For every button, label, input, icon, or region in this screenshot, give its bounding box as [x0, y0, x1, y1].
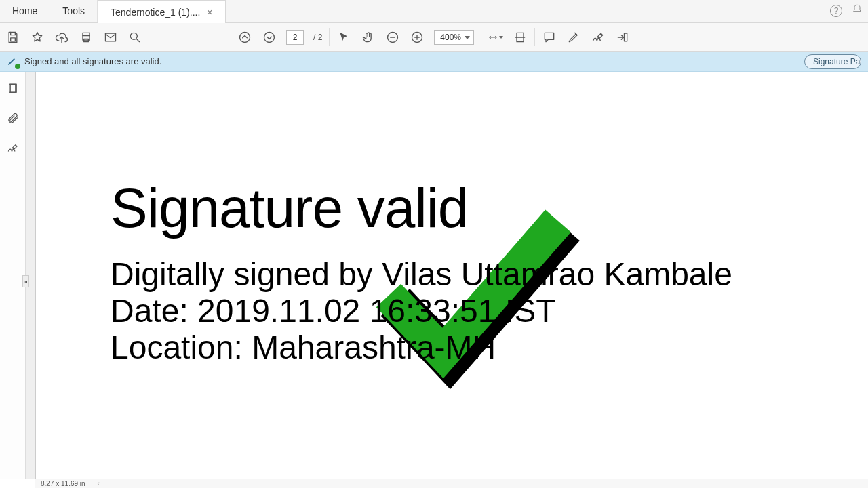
print-icon[interactable] — [79, 30, 94, 45]
fit-page-icon[interactable] — [513, 30, 528, 45]
star-icon[interactable] — [30, 30, 45, 45]
zoom-level-select[interactable]: 400% — [434, 30, 474, 45]
notifications-icon[interactable] — [852, 4, 863, 18]
tab-bar: Home Tools Tendernotice_1 (1).... × ? — [0, 0, 868, 23]
selection-tool-icon[interactable] — [336, 30, 351, 45]
close-tab-icon[interactable]: × — [207, 7, 212, 18]
sign-icon[interactable] — [591, 30, 606, 45]
signature-panel-button[interactable]: Signature Pa — [804, 54, 861, 69]
status-bar: 8.27 x 11.69 in ‹ — [35, 479, 868, 488]
signature-location: Location: Maharashtra-MH — [111, 329, 843, 366]
collapse-rail-handle[interactable]: ◂ — [22, 275, 29, 287]
svg-point-5 — [240, 32, 250, 42]
comment-icon[interactable] — [542, 30, 557, 45]
main-area: ◂ Signature valid Digitally signed by Vi… — [0, 72, 868, 479]
signatures-rail-icon[interactable] — [5, 141, 20, 156]
svg-point-4 — [130, 33, 137, 39]
status-arrow-icon: ‹ — [98, 480, 100, 487]
attachments-icon[interactable] — [5, 111, 20, 126]
document-viewport[interactable]: Signature valid Digitally signed by Vila… — [26, 72, 868, 479]
signature-banner-text: Signed and all signatures are valid. — [24, 56, 161, 66]
page-down-icon[interactable] — [262, 30, 277, 45]
fit-width-icon[interactable] — [488, 30, 503, 45]
signature-signed-by: Digitally signed by Vilas Uttamrao Kamba… — [111, 256, 843, 293]
hand-tool-icon[interactable] — [361, 30, 376, 45]
zoom-out-icon[interactable] — [385, 30, 400, 45]
svg-rect-0 — [11, 37, 16, 41]
tab-tools[interactable]: Tools — [50, 0, 98, 22]
signature-valid-icon — [7, 56, 19, 68]
signature-title: Signature valid — [111, 180, 843, 236]
page-total-label: / 2 — [313, 33, 322, 42]
highlight-icon[interactable] — [566, 30, 581, 45]
help-icon[interactable]: ? — [830, 5, 842, 17]
page-dimensions-label: 8.27 x 11.69 in — [41, 480, 85, 487]
save-icon[interactable] — [5, 30, 20, 45]
svg-point-6 — [264, 32, 275, 42]
document-page: Signature valid Digitally signed by Vila… — [35, 72, 868, 479]
zoom-in-icon[interactable] — [410, 30, 425, 45]
email-icon[interactable] — [103, 30, 118, 45]
signature-block: Signature valid Digitally signed by Vila… — [111, 180, 843, 365]
signature-date: Date: 2019.11.02 16:33:51 IST — [111, 293, 843, 329]
more-tools-icon[interactable] — [615, 30, 630, 45]
thumbnails-icon[interactable] — [5, 81, 20, 96]
svg-rect-10 — [625, 33, 627, 41]
cloud-upload-icon[interactable] — [54, 30, 69, 45]
signature-banner: Signed and all signatures are valid. Sig… — [0, 52, 868, 72]
tab-document[interactable]: Tendernotice_1 (1).... × — [98, 0, 225, 23]
page-number-input[interactable] — [286, 30, 304, 45]
tab-home[interactable]: Home — [0, 0, 50, 22]
toolbar: / 2 400% — [0, 23, 868, 52]
page-up-icon[interactable] — [237, 30, 252, 45]
search-icon[interactable] — [127, 30, 142, 45]
tab-document-label: Tendernotice_1 (1).... — [111, 7, 200, 18]
